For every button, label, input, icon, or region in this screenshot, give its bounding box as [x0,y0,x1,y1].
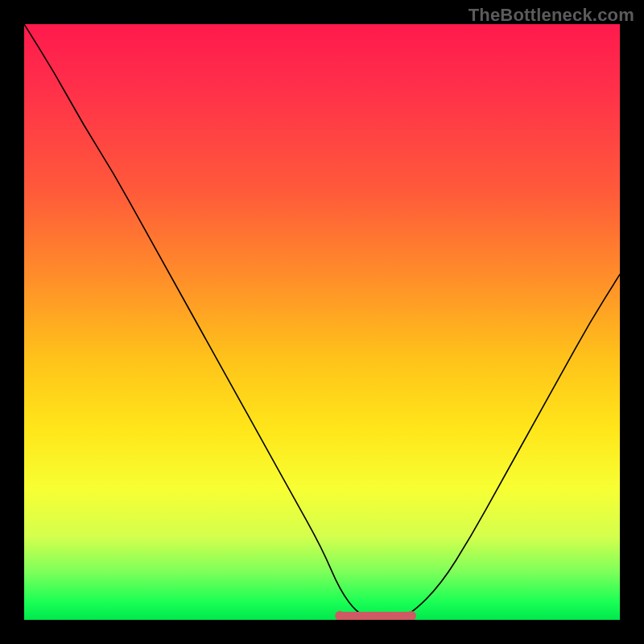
watermark-text: TheBottleneck.com [469,5,634,26]
curve-layer [24,24,620,620]
chart-frame: TheBottleneck.com [0,0,644,644]
plot-area [24,24,620,620]
bottleneck-curve [24,24,620,620]
